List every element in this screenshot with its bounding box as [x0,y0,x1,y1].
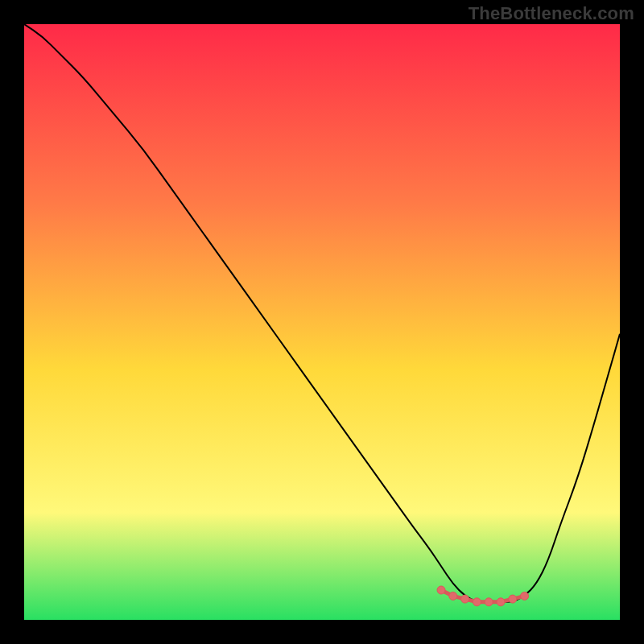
plot-area [24,24,620,620]
optimal-marker [521,592,529,600]
optimal-marker [461,595,469,603]
optimal-marker [473,598,481,606]
optimal-marker [509,595,517,603]
chart-frame: TheBottleneck.com [0,0,644,644]
watermark-text: TheBottleneck.com [469,3,634,24]
optimal-marker [497,598,505,606]
bottleneck-chart [24,24,620,620]
optimal-marker [449,592,457,600]
optimal-marker [437,586,445,594]
optimal-marker [485,598,493,606]
